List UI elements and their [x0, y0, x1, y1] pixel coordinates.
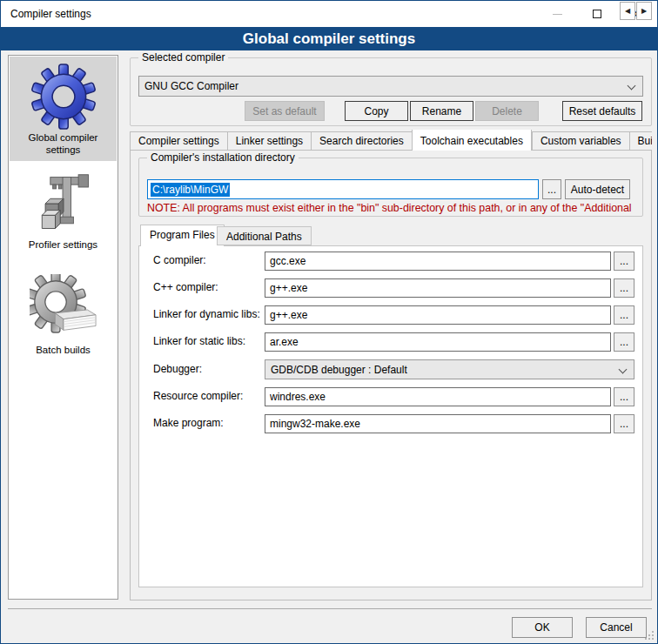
- chevron-down-icon: [628, 82, 636, 91]
- selected-compiler-group-label: Selected compiler: [138, 51, 228, 64]
- tab-search-directories[interactable]: Search directories: [311, 131, 412, 151]
- installation-directory-group-label: Compiler's installation directory: [147, 151, 299, 164]
- button-label: Rename: [422, 105, 461, 117]
- subtab-label: Program Files: [150, 229, 215, 241]
- resource-compiler-label: Resource compiler:: [153, 390, 243, 402]
- debugger-label: Debugger:: [153, 363, 202, 375]
- reset-defaults-button[interactable]: Reset defaults: [562, 101, 642, 121]
- browse-directory-button[interactable]: ...: [542, 179, 561, 199]
- ellipsis-icon: ...: [620, 255, 628, 267]
- ellipsis-icon: ...: [620, 309, 628, 321]
- dynamic-linker-input[interactable]: [265, 305, 611, 325]
- cpp-compiler-browse-button[interactable]: ...: [614, 278, 634, 298]
- sidebar-item-batch-builds[interactable]: Batch builds: [10, 267, 117, 365]
- tab-toolchain-executables[interactable]: Toolchain executables: [412, 130, 532, 151]
- window-title: Compiler settings: [10, 8, 91, 20]
- button-label: OK: [534, 621, 549, 634]
- c-compiler-label: C compiler:: [153, 254, 206, 266]
- ellipsis-icon: ...: [620, 282, 628, 294]
- set-as-default-button[interactable]: Set as default: [245, 101, 325, 121]
- button-label: Set as default: [252, 105, 316, 117]
- cpp-compiler-input[interactable]: [265, 278, 611, 298]
- button-label: Copy: [364, 105, 388, 117]
- installation-directory-input[interactable]: C:\raylib\MinGW: [147, 179, 539, 199]
- compiler-settings-dialog: Compiler settings ✕ Global compiler sett…: [0, 0, 658, 644]
- arrow-left-icon: ◀: [625, 7, 630, 15]
- dialog-banner: Global compiler settings: [1, 27, 657, 50]
- title-bar[interactable]: Compiler settings ✕: [1, 1, 657, 27]
- make-program-label: Make program:: [153, 417, 224, 429]
- debugger-select[interactable]: GDB/CDB debugger : Default: [265, 359, 634, 379]
- debugger-select-value: GDB/CDB debugger : Default: [271, 364, 407, 376]
- ellipsis-icon: ...: [620, 418, 628, 430]
- sidebar-item-label: Profiler settings: [10, 237, 117, 256]
- c-compiler-input[interactable]: [265, 252, 611, 271]
- rename-button[interactable]: Rename: [410, 101, 473, 121]
- banner-title: Global compiler settings: [243, 30, 415, 48]
- blue-gear-icon: [10, 57, 117, 130]
- delete-button[interactable]: Delete: [475, 101, 539, 121]
- maximize-button[interactable]: [577, 1, 617, 27]
- settings-tab-strip: Compiler settingsLinker settingsSearch d…: [130, 130, 652, 151]
- compiler-select-value: GNU GCC Compiler: [144, 80, 238, 92]
- copy-button[interactable]: Copy: [345, 101, 408, 121]
- arrow-right-icon: ▶: [641, 7, 647, 15]
- chevron-down-icon: [619, 366, 628, 374]
- installation-directory-selected-text: C:\raylib\MinGW: [151, 183, 230, 197]
- minimize-icon: [553, 14, 562, 15]
- make-program-browse-button[interactable]: ...: [614, 414, 634, 433]
- tab-build-options[interactable]: Build: [629, 131, 652, 151]
- tab-scroll-left-button[interactable]: ◀: [620, 2, 635, 20]
- resource-compiler-browse-button[interactable]: ...: [614, 387, 634, 406]
- maximize-icon: [593, 10, 601, 18]
- footer-divider: [8, 608, 652, 609]
- subtab-label: Additional Paths: [226, 231, 302, 243]
- tab-linker-settings[interactable]: Linker settings: [227, 131, 311, 151]
- auto-detect-button[interactable]: Auto-detect: [565, 179, 630, 199]
- tab-custom-variables[interactable]: Custom variables: [532, 131, 629, 151]
- button-label: Delete: [492, 105, 522, 117]
- tab-compiler-settings[interactable]: Compiler settings: [130, 131, 227, 151]
- bin-subdirectory-note: NOTE: All programs must exist either in …: [147, 202, 640, 216]
- minimize-button[interactable]: [537, 1, 577, 27]
- ellipsis-icon: ...: [547, 184, 556, 196]
- button-label: Reset defaults: [569, 105, 636, 117]
- ellipsis-icon: ...: [620, 336, 628, 348]
- sidebar-item-label: Global compiler settings: [10, 130, 117, 162]
- static-linker-input[interactable]: [265, 332, 611, 352]
- cpp-compiler-label: C++ compiler:: [153, 281, 218, 293]
- dynamic-linker-browse-button[interactable]: ...: [614, 305, 634, 325]
- static-linker-browse-button[interactable]: ...: [614, 332, 634, 352]
- dynamic-linker-label: Linker for dynamic libs:: [153, 308, 260, 320]
- make-program-input[interactable]: [265, 414, 611, 433]
- subtab-additional-paths[interactable]: Additional Paths: [217, 226, 312, 245]
- sidebar-item-global-compiler-settings[interactable]: Global compiler settings: [10, 57, 117, 161]
- caliper-icon: [10, 167, 117, 237]
- compiler-select[interactable]: GNU GCC Compiler: [138, 76, 643, 97]
- static-linker-label: Linker for static libs:: [153, 335, 245, 347]
- sidebar-item-profiler-settings[interactable]: Profiler settings: [10, 167, 117, 256]
- batch-builds-icon: [10, 267, 117, 342]
- button-label: Cancel: [600, 621, 632, 634]
- subtab-program-files[interactable]: Program Files: [140, 225, 225, 246]
- c-compiler-browse-button[interactable]: ...: [614, 252, 634, 271]
- button-label: Auto-detect: [571, 184, 624, 196]
- sidebar-item-label: Batch builds: [10, 342, 117, 361]
- ellipsis-icon: ...: [620, 391, 628, 403]
- resource-compiler-input[interactable]: [265, 387, 611, 406]
- ok-button[interactable]: OK: [512, 617, 573, 638]
- tab-scroll-right-button[interactable]: ▶: [636, 2, 652, 20]
- settings-category-list: Global compiler settings: [8, 55, 118, 600]
- resize-grip[interactable]: [645, 631, 655, 641]
- cancel-button[interactable]: Cancel: [586, 617, 647, 638]
